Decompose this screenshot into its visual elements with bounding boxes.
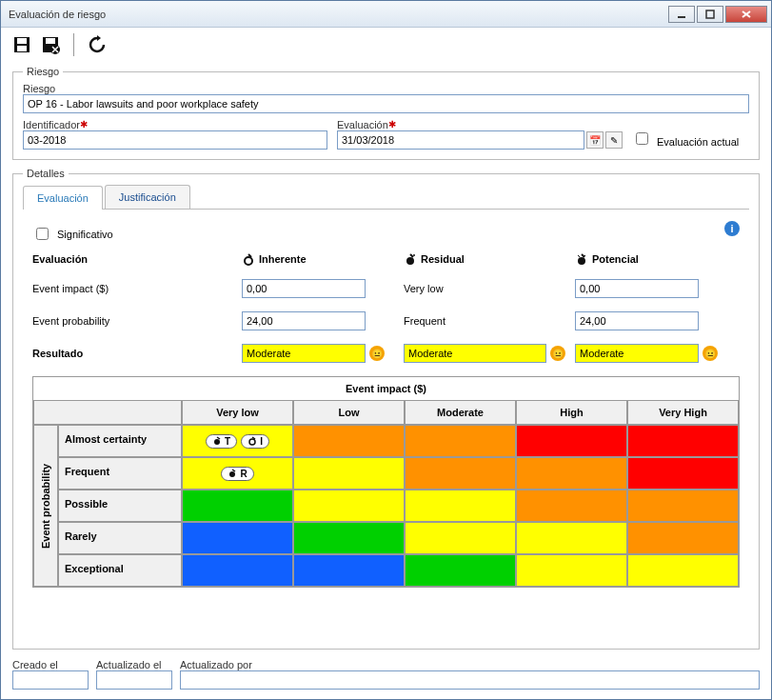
heatmap-col-header: Very High xyxy=(627,400,739,425)
tab-justificacion[interactable]: Justificación xyxy=(105,185,190,209)
face-icon: 😐 xyxy=(550,346,565,361)
heatmap-cell xyxy=(405,490,516,522)
minimize-button[interactable] xyxy=(668,6,695,23)
refresh-button[interactable] xyxy=(86,33,109,56)
impact-potencial-input[interactable] xyxy=(575,279,699,298)
heatmap-x-title: Event impact ($) xyxy=(33,377,739,400)
heatmap-cell xyxy=(293,457,405,490)
heatmap-col-header: Low xyxy=(293,400,405,425)
info-icon[interactable]: i xyxy=(724,221,740,236)
titlebar: Evaluación de riesgo xyxy=(1,1,771,28)
svg-point-24 xyxy=(249,439,255,445)
required-icon: ✱ xyxy=(80,119,88,130)
heatmap-chip: R xyxy=(221,467,253,481)
heatmap-chip: I xyxy=(241,434,269,449)
clear-date-button[interactable]: ✎ xyxy=(605,131,623,149)
heatmap-cell: R xyxy=(182,457,293,490)
row-impact-label: Event impact ($) xyxy=(32,283,242,294)
svg-line-23 xyxy=(217,437,220,439)
maximize-button[interactable] xyxy=(697,6,723,23)
detalles-fieldset: Detalles Evaluación Justificación i Sign… xyxy=(12,168,760,650)
calendar-button[interactable]: 📅 xyxy=(586,131,604,149)
svg-point-17 xyxy=(413,254,415,256)
required-icon: ✱ xyxy=(388,119,396,130)
save-close-button[interactable] xyxy=(39,33,62,56)
heatmap-cell xyxy=(293,425,405,457)
col-residual: Residual xyxy=(404,252,575,266)
save-button[interactable] xyxy=(10,33,33,56)
evaluacion-actual-label: Evaluación actual xyxy=(657,136,739,148)
heatmap-cell xyxy=(516,457,627,490)
heatmap-cell: TI xyxy=(182,425,293,457)
svg-line-16 xyxy=(410,254,413,257)
heatmap-cell xyxy=(516,490,627,522)
riesgo-legend: Riesgo xyxy=(23,66,63,77)
toolbar-separator xyxy=(73,33,74,56)
svg-point-15 xyxy=(406,257,414,265)
creado-el-value xyxy=(12,670,89,690)
creado-el-label: Creado el xyxy=(12,659,89,670)
svg-point-13 xyxy=(245,257,252,265)
heatmap-cell xyxy=(405,457,516,490)
heatmap-row-header: Possible xyxy=(58,490,182,522)
actualizado-el-label: Actualizado el xyxy=(96,659,172,670)
col-inherente: Inherente xyxy=(242,252,404,266)
svg-point-26 xyxy=(229,471,235,477)
heatmap: Event impact ($) Very lowLowModerateHigh… xyxy=(32,376,740,588)
impact-inherente-input[interactable] xyxy=(242,279,366,298)
heatmap-cell xyxy=(293,554,405,587)
heatmap-cell xyxy=(516,425,627,457)
heatmap-row-header: Frequent xyxy=(58,457,182,490)
svg-rect-5 xyxy=(17,38,27,44)
svg-line-27 xyxy=(232,470,235,471)
evaluation-grid: Evaluación Inherente Residual Potencial … xyxy=(32,252,740,363)
heatmap-cell xyxy=(627,554,739,587)
tab-evaluacion[interactable]: Evaluación xyxy=(23,186,103,210)
footer: Creado el Actualizado el Actualizado por xyxy=(12,659,760,690)
riesgo-fieldset: Riesgo Riesgo Identificador✱ Evaluación✱… xyxy=(12,66,760,160)
heatmap-cell xyxy=(293,490,405,522)
heatmap-cell xyxy=(627,457,739,490)
evaluacion-date-input[interactable] xyxy=(337,130,584,150)
heatmap-cell xyxy=(516,554,627,587)
face-icon: 😐 xyxy=(703,346,718,361)
heatmap-cell xyxy=(516,522,627,554)
row-prob-label: Event probability xyxy=(32,315,242,327)
toolbar xyxy=(1,28,771,62)
heatmap-col-header: Very low xyxy=(182,400,293,425)
heatmap-row-header: Exceptional xyxy=(58,554,182,587)
significativo-checkbox[interactable] xyxy=(36,228,49,240)
heatmap-col-header: Moderate xyxy=(405,400,516,425)
res-inherente xyxy=(242,344,366,363)
heatmap-cell xyxy=(405,425,516,457)
evaluacion-date-label: Evaluación xyxy=(337,119,388,130)
actualizado-el-value xyxy=(96,670,172,690)
heatmap-cell xyxy=(293,522,405,554)
heatmap-chip: T xyxy=(206,434,237,449)
heatmap-cell xyxy=(405,554,516,587)
heatmap-y-title: Event probability xyxy=(33,425,58,587)
heatmap-row-header: Rarely xyxy=(58,522,182,554)
window-title: Evaluación de riesgo xyxy=(9,9,666,20)
heatmap-row-header: Almost certainty xyxy=(58,425,182,457)
riesgo-input[interactable] xyxy=(23,94,749,113)
identificador-input[interactable] xyxy=(23,130,327,150)
prob-potencial-input[interactable] xyxy=(575,311,699,330)
res-residual xyxy=(404,344,546,363)
riesgo-label: Riesgo xyxy=(23,83,749,94)
svg-point-18 xyxy=(578,257,585,265)
prob-inherente-input[interactable] xyxy=(242,311,366,330)
detalles-content: i Significativo Evaluación Inherente Res… xyxy=(23,215,749,595)
evaluacion-actual-checkbox[interactable] xyxy=(636,132,648,145)
significativo-label: Significativo xyxy=(57,229,113,240)
svg-rect-8 xyxy=(46,38,55,44)
heatmap-cell xyxy=(182,522,293,554)
window: Evaluación de riesgo Riesgo Riesgo Ident… xyxy=(0,0,772,700)
col-potencial: Potencial xyxy=(575,252,737,266)
heatmap-cell xyxy=(627,490,739,522)
close-button[interactable] xyxy=(725,6,767,23)
svg-marker-12 xyxy=(97,35,101,41)
prob-residual-value: Frequent xyxy=(404,315,575,327)
identificador-label: Identificador xyxy=(23,119,80,130)
impact-residual-value: Very low xyxy=(404,283,575,294)
